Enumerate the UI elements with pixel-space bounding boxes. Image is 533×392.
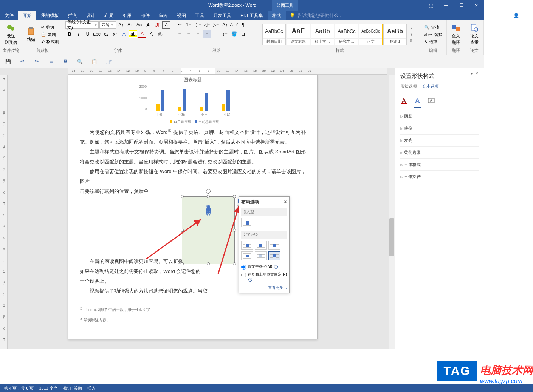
wrap-in-front[interactable] [268,251,280,260]
copy-qat-button[interactable]: 📋 [90,57,98,66]
subscript-button[interactable]: x₂ [102,30,110,38]
style-cover-date[interactable]: AaBbCc封面日期 [262,24,286,45]
thesis-check-button[interactable]: 论文 查重 [468,22,481,47]
style-thesis-title[interactable]: AaE论文标题 [287,24,310,45]
tab-home[interactable]: 开始 [18,11,36,20]
borders-button[interactable]: ⊞ [239,30,247,38]
tab-templates[interactable]: 我的模板 [36,11,64,20]
section-3d-rotation[interactable]: 三维旋转 [400,170,479,183]
justify-button[interactable]: ≡ [203,30,211,38]
style-gallery[interactable]: AaBbCc封面日期 AaE论文标题 AaBb硕士学… AaBbCc研究生… A… [262,24,407,45]
new-doc-button[interactable]: ▭ [47,57,55,66]
info-icon[interactable]: i [248,278,252,282]
distribute-button[interactable]: ⫞⫟ [212,30,220,38]
radio-fix-position[interactable]: 在页面上的位置固定(N) i [241,271,287,283]
wrap-inline[interactable] [241,218,253,227]
resize-handle-w[interactable] [181,229,184,232]
tab-dev[interactable]: 开发工具 [209,11,236,20]
see-more-link[interactable]: 查看更多… [241,283,287,290]
redo-button[interactable]: ↷ [33,57,41,66]
minimize-button[interactable]: — [438,0,454,11]
resize-handle-n[interactable] [207,195,210,198]
wrap-top-bottom[interactable] [241,251,253,260]
scroll-thumb[interactable] [389,218,394,256]
align-left-button[interactable]: ≡ [175,30,184,38]
textbox-content[interactable]: 这里是举例文本内容。 [205,200,212,261]
resize-handle-ne[interactable] [233,195,236,198]
embedded-chart[interactable]: 图表标题 2000 1000 0 小张小杨小王小赵 11月销售额 当前总销售额 [147,75,238,127]
sort-button[interactable]: A↓Z [230,21,238,29]
rotate-handle[interactable] [206,189,211,194]
ribbon-display-options[interactable]: ⬚ [423,0,438,11]
find-button[interactable]: 🔍查找 [423,24,444,31]
vertical-ruler[interactable]: 4681010121416182022242468101214161820222… [0,75,8,349]
copy-button[interactable]: 📋复制 [39,31,60,38]
panel-tab-shape[interactable]: 形状选项 [400,84,417,91]
line-spacing-button[interactable]: ↕≡ [221,30,229,38]
text-effects-button[interactable]: A [120,30,128,38]
text-effects-tool[interactable]: A [414,97,421,105]
resize-handle-e[interactable] [233,229,236,232]
vertical-scrollbar[interactable] [389,75,395,349]
text-fill-outline-tool[interactable]: A [400,97,408,105]
send-to-wechat-button[interactable]: 发送 到微信 [2,22,19,47]
paste-button[interactable]: 粘贴 [24,25,38,44]
section-soft-edges[interactable]: 柔化边缘 [400,146,479,158]
panel-tab-text[interactable]: 文本选项 [422,84,439,91]
translate-button[interactable]: 全文 翻译 [449,22,463,47]
change-case-button[interactable]: Aa [135,21,143,29]
wrap-square[interactable] [241,241,253,250]
panel-close-button[interactable]: ✕ [475,71,479,76]
tab-format[interactable]: 格式 [268,11,286,20]
text-box-shape[interactable]: 这里是举例文本内容。 [182,196,235,264]
insert-object-button[interactable]: ⬚⁺ [104,57,113,66]
select-button[interactable]: ↖选择 [423,39,444,45]
tab-view[interactable]: 视图 [172,11,191,20]
wrap-tight[interactable] [255,241,267,250]
shading-button[interactable]: 🪣 [230,30,238,38]
cut-button[interactable]: ✂剪切 [39,24,60,31]
tab-layout[interactable]: 布局 [100,11,118,20]
section-3d-format[interactable]: 三维格式 [400,158,479,170]
asian-layout-button[interactable]: A↕ [221,21,229,29]
tell-me-search[interactable]: 💡 告诉我您想要做什么… [286,12,343,19]
section-shadow[interactable]: 阴影 [400,110,479,122]
resize-handle-nw[interactable] [181,195,184,198]
superscript-button[interactable]: x² [111,30,119,38]
show-hide-button[interactable]: ¶ [239,21,247,29]
maximize-button[interactable]: ☐ [454,0,469,11]
print-preview-button[interactable]: 🔍 [76,57,84,66]
undo-button[interactable]: ↶ [18,57,26,66]
font-family-combo[interactable]: 等线 (中文正文) [65,21,99,29]
strikethrough-button[interactable]: abc [93,30,101,38]
resize-handle-sw[interactable] [181,262,184,265]
horizontal-ruler[interactable]: 2422201816141210864224681012141618202224… [68,68,387,75]
increase-font-button[interactable]: A↑ [117,21,125,29]
tab-tools[interactable]: 工具 [191,11,209,20]
save-button[interactable]: 💾 [4,57,12,66]
style-scroll-up[interactable]: ▲ [410,26,413,30]
style-scroll-down[interactable]: ▼ [410,33,413,36]
style-heading1[interactable]: AaBb标题 1 [383,24,407,45]
wrap-behind[interactable] [255,251,267,260]
bold-button[interactable]: B [65,30,74,38]
decrease-font-button[interactable]: A↓ [126,21,134,29]
align-center-button[interactable]: ≡ [184,30,193,38]
info-icon[interactable]: i [274,265,278,269]
section-reflection[interactable]: 映像 [400,122,479,134]
phonetic-guide-button[interactable]: 拼 [153,21,161,29]
character-shading-button[interactable]: A [147,30,155,38]
print-button[interactable]: 🖶 [61,57,70,66]
increase-indent-button[interactable]: ▷≡ [212,21,220,29]
font-color-button[interactable]: A [138,30,146,38]
format-painter-button[interactable]: 🖌格式刷 [39,39,60,45]
italic-button[interactable]: I [74,30,83,38]
font-size-combo[interactable]: 四号 [99,21,116,29]
wrap-through[interactable] [268,241,280,250]
enclose-characters-button[interactable]: ㊕ [156,30,164,38]
style-master[interactable]: AaBb硕士学… [311,24,334,45]
panel-dropdown-icon[interactable]: ▾ [471,71,473,76]
tab-file[interactable]: 文件 [0,11,18,20]
character-border-button[interactable]: A [162,21,170,29]
multilevel-list-button[interactable]: ⋮≡ [194,21,202,29]
